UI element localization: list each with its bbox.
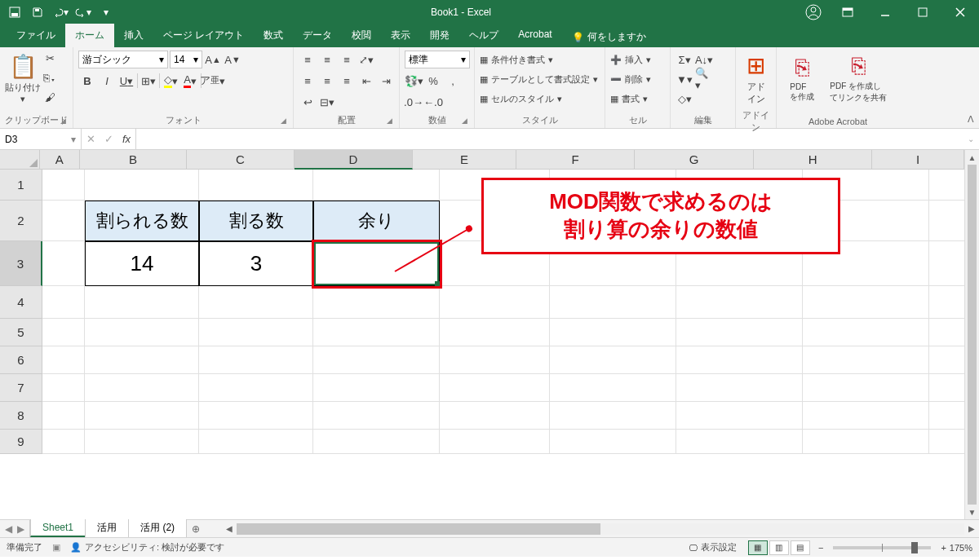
align-top-button[interactable]: ≡ <box>299 51 317 68</box>
tab-表示[interactable]: 表示 <box>381 24 420 47</box>
cell-D5[interactable] <box>313 319 440 346</box>
cell-C6[interactable] <box>199 346 313 374</box>
font-name-select[interactable]: 游ゴシック▾ <box>78 51 168 68</box>
cell-E9[interactable] <box>440 430 550 454</box>
align-left-button[interactable]: ≡ <box>299 72 317 90</box>
zoom-level[interactable]: 175% <box>950 543 972 553</box>
cell-C8[interactable] <box>199 402 313 430</box>
font-color-button[interactable]: A▾ <box>181 72 199 90</box>
row-header-7[interactable]: 7 <box>0 374 42 402</box>
cell-I1[interactable] <box>929 170 964 201</box>
account-icon[interactable] <box>801 0 826 24</box>
accessibility-status[interactable]: アクセシビリティ: 検討が必要です <box>85 541 224 553</box>
undo-button[interactable]: ▾ <box>51 2 70 22</box>
fill-color-button[interactable]: ◇▾ <box>162 72 179 90</box>
display-settings-label[interactable]: 表示設定 <box>701 541 737 553</box>
number-launcher[interactable]: ◢ <box>459 117 469 126</box>
horizontal-scrollbar[interactable]: ◀ ▶ <box>222 520 979 537</box>
delete-cells-button[interactable]: ➖削除▾ <box>610 70 651 88</box>
zoom-in-button[interactable]: + <box>941 543 946 553</box>
col-header-D[interactable]: D <box>295 150 414 170</box>
conditional-format-button[interactable]: ▦条件付き書式▾ <box>480 51 553 68</box>
bold-button[interactable]: B <box>78 72 96 90</box>
formula-input[interactable] <box>136 129 963 149</box>
row-header-1[interactable]: 1 <box>0 170 42 201</box>
qat-customize[interactable]: ▾ <box>96 2 116 22</box>
cell-D6[interactable] <box>313 346 440 374</box>
cell-A8[interactable] <box>42 402 85 430</box>
align-bottom-button[interactable]: ≡ <box>338 51 356 68</box>
cell-I5[interactable] <box>929 319 964 346</box>
font-size-select[interactable]: 14▾ <box>170 51 202 68</box>
cell-F4[interactable] <box>550 286 676 319</box>
cell-E5[interactable] <box>440 319 550 346</box>
insert-cells-button[interactable]: ➕挿入▾ <box>610 51 651 68</box>
percent-button[interactable]: % <box>424 72 442 90</box>
pdf-share-button[interactable]: ⎘ PDF を作成し てリンクを共有 <box>823 49 894 108</box>
cell-A5[interactable] <box>42 319 85 346</box>
format-cells-button[interactable]: ▦書式▾ <box>610 90 648 108</box>
expand-formula-bar[interactable]: ⌄ <box>963 129 979 149</box>
cell-A1[interactable] <box>42 170 85 201</box>
increase-decimal-button[interactable]: .0→ <box>405 93 423 111</box>
cell-F6[interactable] <box>550 346 676 374</box>
row-header-6[interactable]: 6 <box>0 346 42 374</box>
tab-Acrobat[interactable]: Acrobat <box>508 24 561 47</box>
tab-ファイル[interactable]: ファイル <box>7 24 65 47</box>
add-sheet-button[interactable]: ⊕ <box>186 520 206 537</box>
zoom-slider[interactable] <box>833 546 931 549</box>
cell-I8[interactable] <box>929 402 964 430</box>
minimize-button[interactable] <box>866 0 904 24</box>
normal-view-button[interactable]: ▦ <box>748 540 768 555</box>
cell-D3[interactable] <box>313 241 440 286</box>
cell-I7[interactable] <box>929 374 964 402</box>
col-header-A[interactable]: A <box>40 150 80 170</box>
hscroll-thumb[interactable] <box>237 523 600 535</box>
orientation-button[interactable]: ⤢▾ <box>357 51 375 68</box>
borders-button[interactable]: ⊞▾ <box>140 72 157 90</box>
format-painter-button[interactable]: 🖌 <box>41 88 59 106</box>
decrease-decimal-button[interactable]: ←.0 <box>424 93 442 111</box>
row-header-8[interactable]: 8 <box>0 402 42 430</box>
cell-B2[interactable]: 割られる数 <box>85 201 199 241</box>
cell-G7[interactable] <box>676 374 803 402</box>
name-box[interactable]: D3▾ <box>0 129 82 149</box>
clear-button[interactable]: ◇▾ <box>676 90 693 108</box>
cell-C7[interactable] <box>199 374 313 402</box>
cell-I6[interactable] <box>929 346 964 374</box>
tab-挿入[interactable]: 挿入 <box>114 24 153 47</box>
maximize-button[interactable] <box>904 0 941 24</box>
copy-button[interactable]: ⎘▾ <box>41 68 59 86</box>
ribbon-options-button[interactable] <box>829 0 866 24</box>
tell-me[interactable]: 💡 何をしますか <box>572 30 646 47</box>
col-header-C[interactable]: C <box>187 150 294 170</box>
cell-B4[interactable] <box>85 286 199 319</box>
shrink-font-button[interactable]: A▼ <box>224 51 241 68</box>
display-settings-icon[interactable]: 🖵 <box>689 543 698 553</box>
row-header-3[interactable]: 3 <box>0 241 42 286</box>
enter-formula-button[interactable]: ✓ <box>100 130 117 148</box>
align-launcher[interactable]: ◢ <box>384 117 394 126</box>
font-launcher[interactable]: ◢ <box>278 117 288 126</box>
cell-H9[interactable] <box>803 430 929 454</box>
cells-area[interactable]: 割られる数割る数余り143 MOD関数で求めるのは 割り算の余りの数値 <box>42 170 964 454</box>
format-as-table-button[interactable]: ▦テーブルとして書式設定▾ <box>480 70 598 88</box>
cell-G5[interactable] <box>676 319 803 346</box>
cell-G4[interactable] <box>676 286 803 319</box>
cell-H6[interactable] <box>803 346 929 374</box>
find-select-button[interactable]: 🔍▾ <box>695 70 713 88</box>
cell-H5[interactable] <box>803 319 929 346</box>
page-break-view-button[interactable]: ▤ <box>791 540 810 555</box>
sheet-tab-活用[interactable]: 活用 <box>85 518 129 537</box>
cell-D8[interactable] <box>313 402 440 430</box>
insert-function-button[interactable]: fx <box>117 130 135 148</box>
align-right-button[interactable]: ≡ <box>338 72 356 90</box>
accounting-button[interactable]: 💱▾ <box>405 72 423 90</box>
cell-F7[interactable] <box>550 374 676 402</box>
autosum-button[interactable]: Σ▾ <box>676 51 693 68</box>
cell-C4[interactable] <box>199 286 313 319</box>
col-header-H[interactable]: H <box>754 150 873 170</box>
cell-C1[interactable] <box>199 170 313 201</box>
sheet-tab-活用 (2)[interactable]: 活用 (2) <box>128 518 187 537</box>
page-layout-view-button[interactable]: ▥ <box>769 540 789 555</box>
